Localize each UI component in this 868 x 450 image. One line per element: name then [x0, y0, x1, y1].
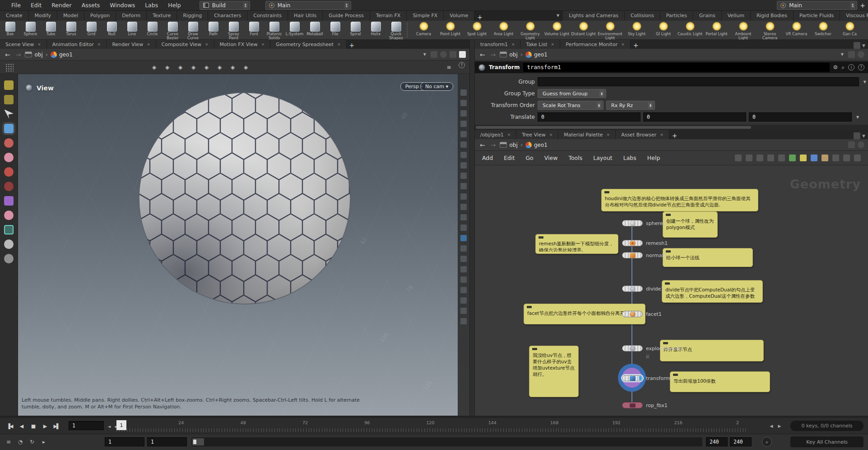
shelf-tool[interactable]: Camera: [410, 21, 437, 40]
forward-arrow-icon[interactable]: →: [14, 51, 23, 58]
shelf-tool[interactable]: Portal Light: [703, 21, 730, 40]
taskgraph-icon[interactable]: [800, 155, 807, 161]
pin-pane-icon[interactable]: [848, 51, 855, 58]
playback-end-field[interactable]: 240: [706, 437, 728, 446]
shelf-tab[interactable]: Deform: [116, 11, 147, 21]
network-menu-item[interactable]: Labs: [623, 155, 636, 161]
flipbook-icon[interactable]: [460, 204, 467, 210]
node-normal1[interactable]: normal1: [622, 252, 667, 258]
shelf-tool[interactable]: VR Camera: [783, 21, 810, 40]
spinner-icon[interactable]: ▼▼: [344, 2, 349, 9]
shelf-tab[interactable]: Terrain FX: [370, 11, 407, 21]
node-rop-fbx1[interactable]: rop_fbx1: [622, 402, 668, 408]
snapshot-icon[interactable]: [460, 193, 467, 200]
back-arrow-icon[interactable]: ←: [478, 141, 487, 149]
tree-list-icon[interactable]: [746, 155, 752, 161]
close-tab-icon[interactable]: ×: [551, 42, 555, 47]
close-tab-icon[interactable]: ×: [549, 132, 553, 137]
shelf-tool[interactable]: Spiral: [345, 21, 366, 40]
rows-icon[interactable]: [757, 155, 763, 161]
viewport-layout-menu-icon[interactable]: [5, 63, 14, 71]
parameter-scrollbar[interactable]: [475, 125, 868, 130]
note-collapse-icon[interactable]: [604, 191, 609, 193]
display-options-icon[interactable]: ≡: [444, 62, 454, 72]
display-points-icon[interactable]: [460, 287, 467, 293]
display-flag-icon[interactable]: ◈: [227, 62, 238, 72]
comb-icon[interactable]: [4, 182, 14, 191]
node-facet1[interactable]: facet1: [622, 311, 662, 317]
pane-tab[interactable]: /obj/geo1×: [475, 130, 516, 139]
maximize-pane-icon[interactable]: [459, 51, 466, 58]
forward-arrow-icon[interactable]: →: [489, 51, 497, 58]
tag-pencil-icon[interactable]: [4, 109, 14, 119]
shelf-tool[interactable]: Caustic Light: [677, 21, 703, 40]
add-shelf-button[interactable]: +: [474, 14, 485, 21]
export-icon[interactable]: [789, 155, 796, 161]
sphere-select-icon[interactable]: [4, 254, 14, 263]
pane-tab[interactable]: Asset Browser×: [616, 130, 669, 139]
render-disable-icon[interactable]: ◈: [214, 62, 225, 72]
shelf-tool[interactable]: GI Light: [650, 21, 677, 40]
menu-item[interactable]: Assets: [77, 0, 105, 11]
pane-layout-icon[interactable]: [854, 42, 860, 49]
shelf-tab[interactable]: Modify: [29, 11, 57, 21]
close-tab-icon[interactable]: ×: [205, 42, 209, 47]
annotate-pencil-icon[interactable]: [4, 95, 14, 104]
network-menu-item[interactable]: Add: [482, 155, 493, 161]
lighting-icon[interactable]: [460, 245, 467, 252]
shelf-tab[interactable]: Viscous Fluids: [840, 11, 868, 21]
paint-brush-icon[interactable]: [4, 153, 14, 162]
back-arrow-icon[interactable]: ←: [478, 51, 487, 58]
scene-viewport[interactable]: View Persp ▾ No cam ▾ 40 62 78: [18, 74, 469, 416]
path-field[interactable]: [550, 141, 845, 149]
quickmarks-icon[interactable]: [460, 110, 467, 117]
translate-x-field[interactable]: 0: [538, 112, 641, 122]
shelf-overflow-icon[interactable]: ▼: [553, 11, 563, 21]
network-menu-item[interactable]: Help: [647, 155, 660, 161]
menu-item[interactable]: File: [6, 0, 26, 11]
rotate-order-dropdown[interactable]: Rx Ry Rz▲▼: [606, 101, 655, 110]
pane-splitter[interactable]: [469, 40, 475, 416]
forward-arrow-icon[interactable]: →: [489, 141, 497, 149]
shelf-tool[interactable]: Gan Ca: [836, 21, 863, 40]
back-arrow-icon[interactable]: ←: [4, 51, 12, 58]
shelf-tool[interactable]: Geometry Light: [517, 21, 543, 40]
sticky-note[interactable]: 创建一个球，属性改为polygon模式: [663, 211, 718, 238]
wrench-icon[interactable]: [735, 155, 742, 161]
network-menu-item[interactable]: Tools: [568, 155, 582, 161]
sculpt-icon[interactable]: [4, 167, 14, 177]
note-collapse-icon[interactable]: [665, 282, 670, 285]
shelf-tab[interactable]: Model: [57, 11, 84, 21]
asset-folder-icon[interactable]: [832, 155, 839, 161]
shelf-tool[interactable]: Metaball: [305, 21, 325, 40]
shelf-tab[interactable]: Create: [0, 11, 29, 21]
previous-key-button[interactable]: ◀: [767, 421, 775, 431]
shelf-tool[interactable]: Grid: [81, 21, 102, 40]
shelf-tool[interactable]: Stereo Camera: [757, 21, 783, 40]
shelf-tool[interactable]: Switcher: [810, 21, 836, 40]
sticky-note[interactable]: 导出前缩放100倍数: [670, 371, 770, 392]
breadcrumb-obj[interactable]: obj: [500, 52, 517, 58]
pane-tab[interactable]: Material Palette×: [558, 130, 616, 139]
close-tab-icon[interactable]: ×: [97, 42, 101, 47]
ruler-icon[interactable]: [460, 225, 467, 231]
note-collapse-icon[interactable]: [527, 306, 532, 308]
close-tab-icon[interactable]: ×: [621, 42, 625, 47]
pose-icon[interactable]: [4, 211, 14, 220]
info-icon[interactable]: i: [848, 64, 854, 70]
desktop-selector[interactable]: Build ▼▼: [200, 1, 250, 10]
sticky-note[interactable]: remesh重新翻新一下模型细分度，确保六边形比较漂亮.: [535, 234, 618, 254]
search-icon[interactable]: ⌕: [841, 64, 845, 70]
breadcrumb-geo1[interactable]: geo1: [51, 52, 73, 58]
sticky-note[interactable]: 我没给uv节点，想要什么样子的uv去增加uvtexture节点就行。: [529, 346, 579, 397]
shelf-tab[interactable]: Hair Utils: [288, 11, 323, 21]
right-view-icon[interactable]: [460, 173, 467, 179]
shelf-tool[interactable]: Helix: [366, 21, 386, 40]
shelf-tool[interactable]: Circle: [142, 21, 162, 40]
sticky-note[interactable]: 给小球一个法线: [663, 248, 753, 267]
camera-lock-icon[interactable]: [460, 100, 467, 106]
breadcrumb-obj[interactable]: obj: [500, 142, 517, 148]
pin-pane-icon[interactable]: [431, 51, 437, 58]
smooth-shade-icon[interactable]: [460, 277, 467, 283]
spinner-icon[interactable]: ▼▼: [243, 2, 248, 9]
